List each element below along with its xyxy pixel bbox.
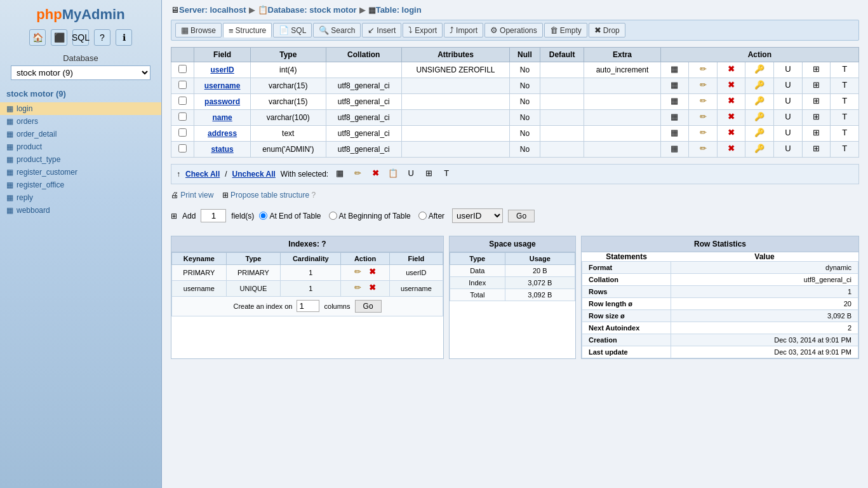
sidebar-item-product[interactable]: ▦product xyxy=(0,140,161,153)
delete-icon-0[interactable]: ✖ xyxy=(726,64,737,76)
insert-selected-icon[interactable]: 📋 xyxy=(387,168,399,180)
primary-icon-4[interactable]: 🔑 xyxy=(754,128,765,139)
primary-icon-1[interactable]: 🔑 xyxy=(754,80,765,92)
delete-icon-3[interactable]: ✖ xyxy=(726,112,737,123)
database-select[interactable]: stock motor (9) xyxy=(11,65,150,80)
browse-icon-2[interactable]: ▦ xyxy=(669,96,680,107)
after-option[interactable]: After xyxy=(418,212,444,220)
check-all-link[interactable]: Check All xyxy=(185,170,220,179)
after-field-select[interactable]: userID xyxy=(452,208,503,223)
uncheck-all-link[interactable]: Uncheck All xyxy=(232,170,276,179)
home-icon[interactable]: 🏠 xyxy=(29,29,46,46)
delete-icon-5[interactable]: ✖ xyxy=(726,144,737,155)
text-selected-icon[interactable]: T xyxy=(441,168,452,180)
browse-selected-icon[interactable]: ▦ xyxy=(334,168,345,180)
text-icon-3[interactable]: T xyxy=(839,112,850,123)
sidebar-item-register_office[interactable]: ▦register_office xyxy=(0,179,161,191)
delete-icon-4[interactable]: ✖ xyxy=(726,128,737,139)
delete-selected-icon[interactable]: ✖ xyxy=(370,168,381,180)
edit-icon-0[interactable]: ✏ xyxy=(697,64,709,76)
index-icon-4[interactable]: ⊞ xyxy=(810,128,822,139)
text-icon-2[interactable]: T xyxy=(839,96,850,107)
at-end-radio[interactable] xyxy=(259,212,267,220)
edit-icon-3[interactable]: ✏ xyxy=(697,112,709,123)
field-link-username[interactable]: username xyxy=(204,81,241,90)
field-link-password[interactable]: password xyxy=(204,97,240,106)
idx-edit-0[interactable]: ✏ xyxy=(352,267,364,278)
at-beginning-radio[interactable] xyxy=(329,212,337,220)
unique-icon-2[interactable]: U xyxy=(782,96,794,107)
browse-icon-4[interactable]: ▦ xyxy=(669,128,680,139)
delete-icon-1[interactable]: ✖ xyxy=(726,80,737,92)
add-field-go-button[interactable]: Go xyxy=(508,210,535,222)
index-icon-1[interactable]: ⊞ xyxy=(810,80,822,92)
add-count-input[interactable] xyxy=(201,209,226,222)
unique-icon-0[interactable]: U xyxy=(782,64,794,76)
idx-delete-0[interactable]: ✖ xyxy=(367,267,378,278)
print-view-link[interactable]: Print view xyxy=(180,191,213,200)
browse-icon-0[interactable]: ▦ xyxy=(669,64,680,76)
after-radio[interactable] xyxy=(418,212,427,220)
search-button[interactable]: 🔍 Search xyxy=(313,23,361,37)
field-link-status[interactable]: status xyxy=(211,145,233,154)
create-index-input[interactable] xyxy=(297,300,319,312)
edit-icon-1[interactable]: ✏ xyxy=(697,80,709,92)
edit-icon-5[interactable]: ✏ xyxy=(697,144,709,155)
exit-icon[interactable]: ⬛ xyxy=(51,29,67,46)
create-index-go-button[interactable]: Go xyxy=(355,300,382,313)
index-icon-3[interactable]: ⊞ xyxy=(810,112,822,123)
export-button[interactable]: ⤵ Export xyxy=(403,23,443,37)
empty-button[interactable]: 🗑 Empty xyxy=(544,23,587,37)
unique-icon-4[interactable]: U xyxy=(782,128,794,139)
field-link-name[interactable]: name xyxy=(212,113,232,122)
sql-button[interactable]: 📄 SQL xyxy=(273,23,312,37)
primary-icon-2[interactable]: 🔑 xyxy=(754,96,765,107)
sql-icon[interactable]: SQL xyxy=(72,29,89,46)
drop-button[interactable]: ✖ Drop xyxy=(589,23,625,37)
unique-icon-1[interactable]: U xyxy=(782,80,794,92)
primary-icon-0[interactable]: 🔑 xyxy=(754,64,765,76)
insert-button[interactable]: ↙ Insert xyxy=(362,23,401,37)
index-icon-0[interactable]: ⊞ xyxy=(810,64,822,76)
edit-icon-4[interactable]: ✏ xyxy=(697,128,709,139)
unique-icon-5[interactable]: U xyxy=(782,144,794,155)
structure-button[interactable]: ≡ Structure xyxy=(223,23,272,37)
index-icon-2[interactable]: ⊞ xyxy=(810,96,822,107)
text-icon-4[interactable]: T xyxy=(839,128,850,139)
info-icon[interactable]: ℹ xyxy=(116,29,132,46)
text-icon-1[interactable]: T xyxy=(839,80,850,92)
operations-button[interactable]: ⚙ Operations xyxy=(484,23,543,37)
delete-icon-2[interactable]: ✖ xyxy=(726,96,737,107)
edit-icon-2[interactable]: ✏ xyxy=(697,96,709,107)
breadcrumb-server[interactable]: Server: localhost xyxy=(179,5,246,15)
browse-button[interactable]: ▦ Browse xyxy=(175,23,222,37)
sidebar-item-orders[interactable]: ▦orders xyxy=(0,115,161,128)
unique-selected-icon[interactable]: U xyxy=(405,168,417,180)
idx-delete-1[interactable]: ✖ xyxy=(367,283,378,294)
at-end-option[interactable]: At End of Table xyxy=(259,212,321,220)
edit-selected-icon[interactable]: ✏ xyxy=(352,168,363,180)
row-checkbox-3[interactable] xyxy=(178,112,187,121)
primary-icon-5[interactable]: 🔑 xyxy=(754,144,765,155)
row-checkbox-4[interactable] xyxy=(178,128,187,137)
index-selected-icon[interactable]: ⊞ xyxy=(423,168,434,180)
browse-icon-1[interactable]: ▦ xyxy=(669,80,680,92)
unique-icon-3[interactable]: U xyxy=(782,112,794,123)
idx-edit-1[interactable]: ✏ xyxy=(352,283,364,294)
sidebar-item-product_type[interactable]: ▦product_type xyxy=(0,153,161,166)
import-button[interactable]: ⤴ Import xyxy=(444,23,483,37)
browse-icon-3[interactable]: ▦ xyxy=(669,112,680,123)
index-icon-5[interactable]: ⊞ xyxy=(810,144,822,155)
row-checkbox-1[interactable] xyxy=(178,81,187,89)
row-checkbox-5[interactable] xyxy=(178,144,187,152)
field-link-address[interactable]: address xyxy=(208,129,237,138)
at-beginning-option[interactable]: At Beginning of Table xyxy=(329,212,411,220)
field-link-userID[interactable]: userID xyxy=(210,65,234,74)
sidebar-item-register_customer[interactable]: ▦register_customer xyxy=(0,166,161,179)
breadcrumb-db[interactable]: Database: stock motor xyxy=(268,5,357,15)
text-icon-0[interactable]: T xyxy=(839,64,850,76)
text-icon-5[interactable]: T xyxy=(839,144,850,155)
sidebar-item-webboard[interactable]: ▦webboard xyxy=(0,204,161,217)
sidebar-item-reply[interactable]: ▦reply xyxy=(0,191,161,204)
help-icon[interactable]: ? xyxy=(94,29,110,46)
